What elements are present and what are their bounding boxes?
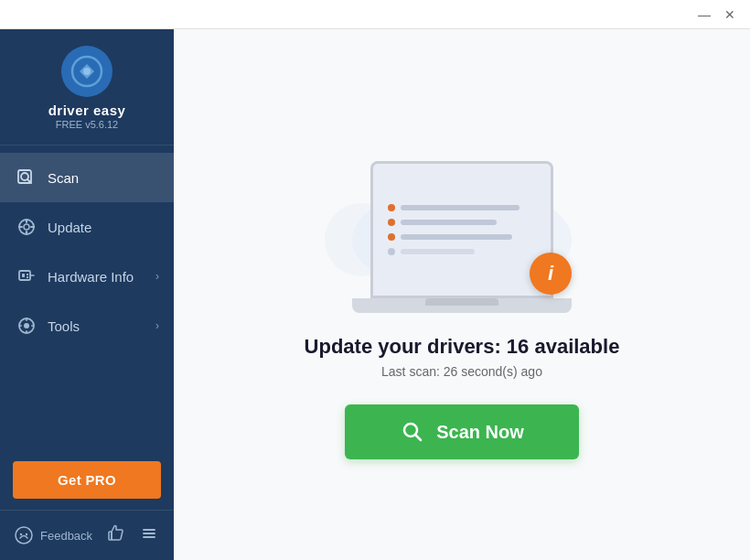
update-icon [15, 215, 38, 239]
info-badge: i [530, 253, 572, 295]
svg-rect-20 [19, 325, 22, 327]
sidebar-label-tools: Tools [48, 318, 155, 334]
sidebar-label-scan: Scan [48, 170, 159, 186]
svg-point-1 [83, 68, 91, 75]
hardware-info-arrow: › [155, 270, 159, 283]
tools-arrow: › [155, 319, 159, 332]
minimize-button[interactable]: — [691, 2, 717, 27]
sidebar-item-update[interactable]: Update [0, 202, 174, 252]
laptop-screen [370, 161, 553, 298]
feedback-icon [15, 526, 33, 544]
laptop-base-inner [425, 298, 498, 306]
svg-point-6 [24, 224, 29, 230]
sidebar-item-tools[interactable]: Tools › [0, 301, 174, 350]
sidebar-item-hardware-info[interactable]: Hardware Info › [0, 252, 174, 301]
feedback-label: Feedback [40, 529, 92, 543]
svg-point-17 [24, 323, 29, 328]
logo-icon [61, 46, 112, 97]
svg-rect-25 [109, 532, 112, 540]
sidebar-label-hardware-info: Hardware Info [48, 269, 155, 285]
app-window: — ✕ driver easy FREE v5.6.12 [0, 0, 750, 560]
illustration: i [334, 130, 590, 313]
close-button[interactable]: ✕ [717, 2, 743, 27]
main-content: i Update your drivers: 16 available Last… [174, 29, 750, 560]
svg-point-24 [26, 533, 27, 535]
sidebar-item-scan[interactable]: Scan [0, 153, 174, 202]
svg-rect-21 [31, 325, 34, 327]
sidebar-logo: driver easy FREE v5.6.12 [0, 29, 174, 145]
svg-rect-12 [22, 274, 25, 277]
svg-point-23 [20, 533, 22, 535]
svg-rect-19 [26, 330, 27, 333]
logo-title: driver easy [48, 102, 126, 118]
scan-now-button[interactable]: Scan Now [345, 404, 579, 459]
svg-rect-14 [27, 276, 28, 278]
scan-now-label: Scan Now [436, 422, 524, 443]
logo-version: FREE v5.6.12 [56, 119, 118, 130]
svg-rect-13 [27, 274, 28, 275]
title-bar: — ✕ [0, 0, 750, 29]
feedback-item[interactable]: Feedback [15, 526, 92, 544]
svg-line-30 [415, 435, 421, 440]
sidebar-footer: Feedback [0, 510, 174, 560]
main-layout: driver easy FREE v5.6.12 Scan [0, 29, 750, 560]
thumbs-up-icon[interactable] [106, 523, 126, 547]
scan-now-icon [400, 419, 425, 445]
sidebar-label-update: Update [48, 220, 159, 235]
last-scan-text: Last scan: 26 second(s) ago [381, 364, 542, 379]
tools-icon [15, 314, 38, 338]
sidebar: driver easy FREE v5.6.12 Scan [0, 29, 174, 560]
svg-rect-18 [26, 318, 27, 321]
scan-icon [15, 166, 38, 189]
list-icon[interactable] [139, 523, 159, 547]
get-pro-button[interactable]: Get PRO [13, 461, 161, 499]
hardware-icon [15, 264, 38, 288]
nav-items: Scan Update [0, 149, 174, 450]
main-title: Update your drivers: 16 available [305, 335, 620, 359]
